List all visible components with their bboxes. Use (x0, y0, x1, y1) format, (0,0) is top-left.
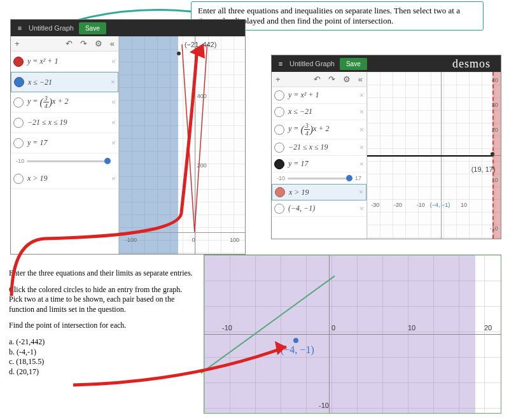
answer-d: d. (20,17) (9, 367, 193, 377)
color-toggle-icon[interactable] (13, 118, 24, 128)
x-tick: 20 (484, 324, 492, 332)
point-label: (19, 17) (471, 165, 496, 173)
delete-icon[interactable]: × (111, 138, 116, 148)
collapse-icon[interactable]: « (106, 39, 118, 48)
undo-icon[interactable]: ↶ (310, 74, 324, 84)
redo-icon[interactable]: ↷ (324, 74, 339, 84)
desmos-logo: desmos (452, 57, 491, 71)
x-tick: -10 (417, 202, 425, 208)
x-tick: 10 (408, 324, 415, 332)
color-toggle-icon[interactable] (274, 125, 284, 135)
x-tick: -20 (394, 202, 402, 208)
add-expression-button[interactable]: + (11, 39, 24, 48)
desmos-panel-right: ≡ Untitled Graph Save desmos + ↶ ↷ ⚙ « y… (271, 55, 501, 239)
gear-icon[interactable]: ⚙ (91, 39, 106, 48)
menu-icon[interactable]: ≡ (274, 60, 287, 67)
intersection-point (491, 152, 494, 156)
slider-max: 17 (355, 175, 361, 181)
delete-icon[interactable]: × (111, 57, 116, 67)
delete-icon[interactable]: × (359, 90, 364, 101)
color-toggle-icon[interactable] (274, 90, 284, 101)
expr-toolbar: + ↶ ↷ ⚙ « (272, 72, 366, 87)
expression-list: + ↶ ↷ ⚙ « y = x² + 1 × x ≤ −21 × y = (34… (11, 36, 119, 254)
color-toggle-icon[interactable] (13, 57, 24, 67)
collapse-icon[interactable]: « (354, 74, 366, 84)
y-tick: -10 (490, 225, 498, 232)
answer-a: a. (-21,442) (9, 337, 193, 347)
y-tick: 20 (492, 127, 498, 133)
expr-row[interactable]: y = x² + 1× (272, 87, 366, 104)
expr-row[interactable]: x > 19× (272, 184, 366, 200)
expr-row-1[interactable]: y = x² + 1 × (11, 52, 118, 72)
expr-row[interactable]: (−4, −1)× (272, 200, 366, 217)
graph-canvas[interactable]: (19, 17) 40 30 20 10 -10 -30 -20 -10 10 … (367, 72, 501, 239)
menu-icon[interactable]: ≡ (13, 24, 26, 32)
answer-c: c. (18,15.5) (9, 357, 193, 367)
delete-icon[interactable]: × (359, 107, 364, 117)
instruction-p1: Enter the three equations and their limi… (9, 269, 193, 279)
hidden-point-label: (−4, −1) (430, 202, 450, 208)
color-toggle-icon[interactable] (13, 138, 24, 148)
y-tick: -10 (319, 402, 329, 409)
delete-icon[interactable]: × (111, 77, 115, 87)
zoom-graph[interactable]: (−4, −1) -10 0 10 20 -10 (204, 255, 501, 414)
x-tick: -10 (222, 324, 232, 332)
expr-row-6[interactable]: x > 19 × (11, 169, 118, 189)
delete-icon[interactable]: × (111, 97, 116, 108)
expr-text: y = x² + 1 (27, 57, 111, 66)
expr-row-3[interactable]: y = (34)x + 2 × (11, 92, 118, 113)
color-toggle-icon[interactable] (274, 143, 284, 153)
gear-icon[interactable]: ⚙ (339, 74, 354, 84)
slider-row[interactable]: -10 (11, 153, 118, 169)
expr-text: x ≤ −21 (288, 107, 359, 116)
color-toggle-icon[interactable] (274, 204, 284, 214)
save-button[interactable]: Save (340, 58, 367, 70)
expr-text: x ≤ −21 (28, 78, 111, 87)
save-button[interactable]: Save (79, 22, 106, 34)
instruction-p3: Find the point of intersection for each. (9, 321, 193, 331)
answer-list: a. (-21,442) b. (-4,-1) c. (18,15.5) d. … (9, 337, 193, 377)
instructions-block: Enter the three equations and their limi… (9, 269, 193, 377)
color-toggle-icon[interactable] (13, 97, 24, 108)
y17-line (367, 155, 492, 157)
slider-row[interactable]: -1017 (272, 172, 366, 184)
graph-title[interactable]: Untitled Graph (29, 24, 74, 32)
expr-row-4[interactable]: −21 ≤ x ≤ 19 × (11, 113, 118, 133)
color-toggle-icon[interactable] (274, 107, 284, 117)
x-tick: 0 (192, 237, 195, 243)
color-toggle-icon[interactable] (274, 159, 284, 169)
delete-icon[interactable]: × (359, 204, 364, 214)
redo-icon[interactable]: ↷ (76, 39, 91, 48)
expr-text: y = (34)x + 2 (27, 95, 111, 109)
point-label: (−4, −1) (281, 344, 314, 356)
graph-title[interactable]: Untitled Graph (289, 60, 335, 67)
answer-b: b. (-4,-1) (9, 347, 193, 358)
expr-row[interactable]: −21 ≤ x ≤ 19× (272, 139, 366, 156)
color-toggle-icon[interactable] (275, 187, 285, 197)
expr-row-5[interactable]: y = 17 × (11, 133, 118, 153)
color-toggle-icon[interactable] (13, 174, 24, 184)
point-label: (−21, 442) (185, 41, 216, 48)
expr-text: y = x² + 1 (288, 90, 359, 100)
expr-text: −21 ≤ x ≤ 19 (288, 143, 359, 152)
x-tick: 10 (461, 202, 467, 208)
delete-icon[interactable]: × (359, 143, 364, 153)
add-expression-button[interactable]: + (272, 74, 284, 84)
y-tick: 400 (197, 93, 207, 99)
desmos-header: ≡ Untitled Graph Save desmos (272, 55, 501, 72)
delete-icon[interactable]: × (111, 174, 116, 184)
expr-row-2[interactable]: x ≤ −21 × (11, 72, 118, 92)
delete-icon[interactable]: × (359, 159, 364, 169)
undo-icon[interactable]: ↶ (62, 39, 76, 48)
expr-text: x > 19 (27, 174, 111, 183)
expr-row[interactable]: y = (34)x + 2× (272, 120, 366, 139)
expr-row[interactable]: x ≤ −21× (272, 104, 366, 120)
delete-icon[interactable]: × (111, 118, 116, 128)
graph-canvas[interactable]: (−21, 442) 400 200 -100 0 100 (119, 36, 245, 254)
intersection-point (177, 52, 181, 55)
y-tick: 10 (492, 177, 498, 183)
expr-row[interactable]: y = 17× (272, 156, 366, 172)
delete-icon[interactable]: × (359, 187, 363, 197)
color-toggle-icon[interactable] (14, 77, 24, 87)
delete-icon[interactable]: × (359, 125, 364, 135)
